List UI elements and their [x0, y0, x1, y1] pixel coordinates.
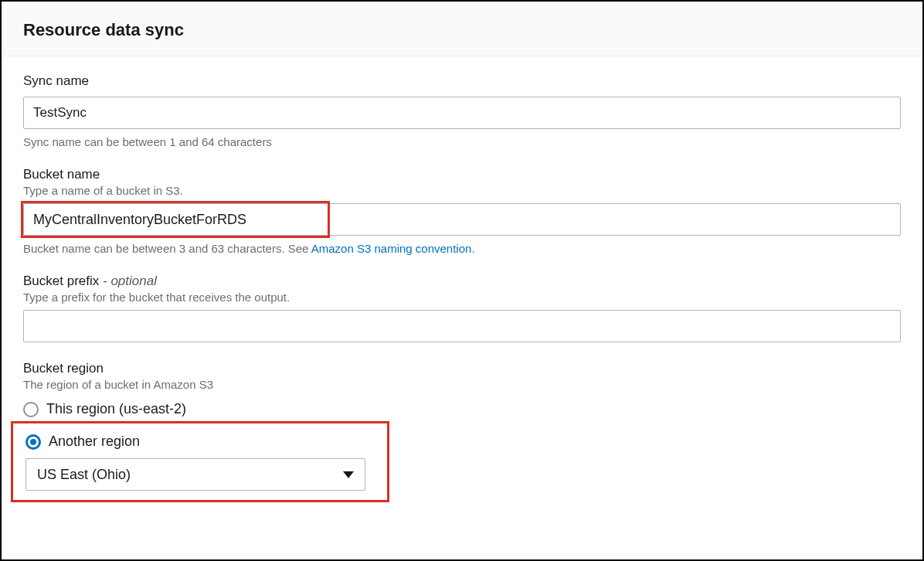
bucket-name-label: Bucket name	[23, 167, 901, 182]
radio-icon-selected	[25, 434, 41, 450]
s3-naming-link[interactable]: Amazon S3 naming convention.	[311, 242, 475, 255]
sync-name-label: Sync name	[23, 73, 901, 89]
sync-name-helper: Sync name can be between 1 and 64 charac…	[23, 135, 901, 148]
page-title: Resource data sync	[23, 20, 901, 40]
bucket-region-radios: This region (us-east-2) Another region U…	[23, 397, 901, 502]
region-select-value: US East (Ohio)	[37, 467, 131, 483]
bucket-prefix-group: Bucket prefix - optional Type a prefix f…	[23, 274, 901, 342]
form-body: Sync name Sync name can be between 1 and…	[2, 56, 922, 519]
sync-name-group: Sync name Sync name can be between 1 and…	[23, 73, 901, 148]
bucket-region-label: Bucket region	[23, 361, 901, 376]
bucket-name-input-wrapper	[23, 203, 901, 236]
bucket-region-sub: The region of a bucket in Amazon S3	[23, 378, 901, 391]
page-header: Resource data sync	[2, 2, 922, 56]
bucket-prefix-label-text: Bucket prefix	[23, 274, 103, 288]
bucket-name-helper-text: Bucket name can be between 3 and 63 char…	[23, 242, 311, 255]
bucket-name-helper: Bucket name can be between 3 and 63 char…	[23, 242, 901, 255]
bucket-name-sub: Type a name of a bucket in S3.	[23, 184, 901, 197]
chevron-down-icon	[343, 471, 354, 478]
radio-this-region[interactable]: This region (us-east-2)	[23, 397, 901, 421]
highlight-box-region: Another region US East (Ohio)	[11, 421, 389, 502]
radio-this-region-label: This region (us-east-2)	[46, 401, 186, 417]
region-select[interactable]: US East (Ohio)	[25, 458, 365, 491]
page-container: Resource data sync Sync name Sync name c…	[0, 0, 924, 561]
radio-another-region-label: Another region	[49, 434, 140, 450]
bucket-prefix-input[interactable]	[23, 310, 901, 342]
bucket-prefix-label: Bucket prefix - optional	[23, 274, 901, 289]
bucket-name-group: Bucket name Type a name of a bucket in S…	[23, 167, 901, 255]
bucket-prefix-optional: - optional	[103, 274, 157, 288]
bucket-name-input[interactable]	[23, 203, 901, 236]
bucket-prefix-sub: Type a prefix for the bucket that receiv…	[23, 291, 901, 304]
bucket-region-group: Bucket region The region of a bucket in …	[23, 361, 901, 502]
sync-name-input[interactable]	[23, 97, 901, 129]
radio-another-region[interactable]: Another region	[25, 430, 375, 454]
radio-icon	[23, 402, 39, 417]
